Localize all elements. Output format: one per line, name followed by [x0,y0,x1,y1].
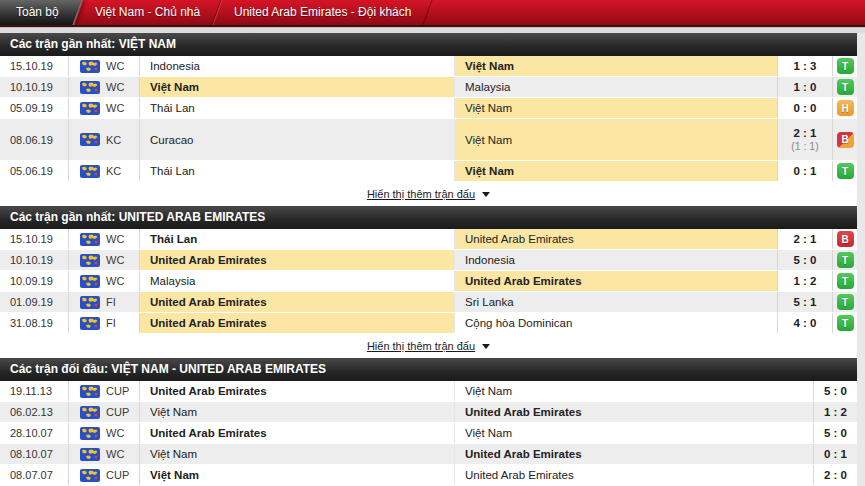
score: 2 : 1 [793,232,816,246]
match-date: 08.10.07 [0,444,69,464]
match-row[interactable]: 28.10.07 WC United Arab Emirates Việt Na… [0,423,857,444]
result-badge: T [837,315,854,331]
match-date: 01.09.19 [0,292,69,312]
tab-home-team-label: Việt Nam - Chủ nhà [95,0,200,25]
result-badge: T [837,79,854,95]
match-row[interactable]: 19.11.13 CUP United Arab Emirates Việt N… [0,381,857,402]
score-cell: 5 : 1 [777,292,832,312]
home-team: United Arab Emirates [140,381,455,401]
competition-cell: KC [69,119,140,160]
chevron-down-icon[interactable] [482,192,490,197]
competition-code: WC [106,427,124,439]
score: 0 : 1 [793,164,816,178]
competition-code: FI [106,296,116,308]
competition-cell: FI [69,313,140,333]
world-map-icon [80,254,100,267]
competition-cell: KC [69,161,140,181]
away-team: Việt Nam [455,423,813,443]
result-badge: B [837,132,854,148]
show-more-link[interactable]: Hiển thị thêm trận đấu [367,340,475,352]
competition-code: KC [106,134,121,146]
world-map-icon [80,133,100,146]
world-map-icon [80,60,100,73]
show-more-row: Hiển thị thêm trận đấu [0,182,857,206]
result-badge: B [837,231,854,247]
score: 0 : 0 [793,101,816,115]
home-team: Việt Nam [140,77,455,97]
tab-home-team[interactable]: Việt Nam - Chủ nhà [73,0,221,25]
competition-cell: WC [69,229,140,249]
score-cell: 1 : 2 [813,402,857,422]
competition-code: CUP [106,469,129,481]
world-map-icon [80,102,100,115]
competition-code: CUP [106,406,129,418]
away-team: United Arab Emirates [455,271,777,291]
home-team: Thái Lan [140,98,455,118]
competition-code: WC [106,233,124,245]
away-team: Việt Nam [455,56,777,76]
match-row[interactable]: 15.10.19 WC Thái Lan United Arab Emirate… [0,229,857,250]
match-row[interactable]: 08.06.19 KC Curacao Việt Nam 2 : 1 (1 : … [0,119,857,161]
home-team: Malaysia [140,271,455,291]
match-row[interactable]: 15.10.19 WC Indonesia Việt Nam 1 : 3 T [0,56,857,77]
match-row[interactable]: 10.10.19 WC Việt Nam Malaysia 1 : 0 T [0,77,857,98]
top-tab-bar: Toàn bộ Việt Nam - Chủ nhà United Arab E… [0,0,865,27]
section-title: Các trận gần nhất: UNITED ARAB EMIRATES [0,206,857,229]
competition-cell: WC [69,98,140,118]
score-halftime: (1 : 1) [791,140,818,153]
home-team: Indonesia [140,56,455,76]
section-rows: 15.10.19 WC Indonesia Việt Nam 1 : 3 T [0,56,857,182]
match-row[interactable]: 10.10.19 WC United Arab Emirates Indones… [0,250,857,271]
score: 5 : 1 [793,295,816,309]
world-map-icon [80,317,100,330]
home-team: United Arab Emirates [140,423,455,443]
match-row[interactable]: 06.02.13 CUP Việt Nam United Arab Emirat… [0,402,857,423]
competition-code: WC [106,102,124,114]
show-more-link[interactable]: Hiển thị thêm trận đấu [367,188,475,200]
match-row[interactable]: 08.07.07 CUP Việt Nam United Arab Emirat… [0,465,857,486]
chevron-down-icon[interactable] [482,344,490,349]
score-cell: 2 : 0 [813,465,857,485]
match-row[interactable]: 08.10.07 WC Việt Nam United Arab Emirate… [0,444,857,465]
result-badge: T [837,294,854,310]
score: 5 : 0 [793,253,816,267]
result-cell: B [832,119,857,160]
away-team: United Arab Emirates [455,444,813,464]
match-date: 05.09.19 [0,98,69,118]
score: 5 : 0 [824,426,847,440]
competition-code: WC [106,60,124,72]
match-date: 08.06.19 [0,119,69,160]
match-row[interactable]: 01.09.19 FI United Arab Emirates Sri Lan… [0,292,857,313]
match-date: 10.10.19 [0,77,69,97]
score-cell: 2 : 1 (1 : 1) [777,119,832,160]
score: 1 : 2 [793,274,816,288]
result-cell: T [832,77,857,97]
match-row[interactable]: 10.09.19 WC Malaysia United Arab Emirate… [0,271,857,292]
tab-all[interactable]: Toàn bộ [0,0,82,25]
match-date: 19.11.13 [0,381,69,401]
match-row[interactable]: 05.09.19 WC Thái Lan Việt Nam 0 : 0 H [0,98,857,119]
score: 2 : 0 [824,468,847,482]
world-map-icon [80,165,100,178]
score-cell: 4 : 0 [777,313,832,333]
away-team: Malaysia [455,77,777,97]
result-cell: T [832,161,857,181]
competition-cell: WC [69,444,140,464]
competition-cell: CUP [69,402,140,422]
score-cell: 5 : 0 [777,250,832,270]
competition-cell: WC [69,77,140,97]
match-section: Các trận gần nhất: VIỆT NAM 15.10.19 WC … [0,33,857,206]
away-team: United Arab Emirates [455,229,777,249]
match-row[interactable]: 05.06.19 KC Thái Lan Việt Nam 0 : 1 T [0,161,857,182]
tab-away-team[interactable]: United Arab Emirates - Đội khách [212,0,433,25]
score-cell: 1 : 3 [777,56,832,76]
match-date: 15.10.19 [0,229,69,249]
result-badge: T [837,273,854,289]
result-cell: T [832,56,857,76]
competition-cell: FI [69,292,140,312]
match-row[interactable]: 31.08.19 FI United Arab Emirates Cộng hò… [0,313,857,334]
result-badge: T [837,163,854,179]
head-to-head-panel: Các trận gần nhất: VIỆT NAM 15.10.19 WC … [0,33,857,486]
match-date: 10.10.19 [0,250,69,270]
tab-all-label: Toàn bộ [16,0,59,25]
